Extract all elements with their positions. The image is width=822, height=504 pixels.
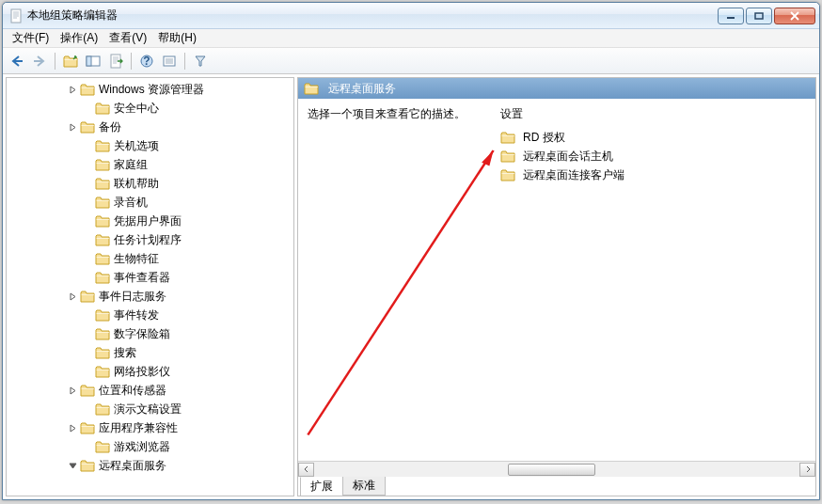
expand-spacer [82, 272, 93, 283]
export-icon [108, 54, 123, 69]
tree-view[interactable]: Windows 资源管理器安全中心备份关机选项家庭组联机帮助录音机凭据用户界面任… [7, 78, 293, 496]
tree-item-label: 关机选项 [114, 138, 159, 154]
list-icon [162, 55, 177, 68]
tree-item[interactable]: 远程桌面服务 [7, 456, 293, 475]
expand-spacer [82, 197, 93, 208]
app-icon [8, 8, 24, 24]
minimize-button[interactable] [718, 8, 744, 24]
menubar: 文件(F) 操作(A) 查看(V) 帮助(H) [3, 29, 819, 48]
content-tabs: 扩展 标准 [298, 477, 815, 496]
tree-item-label: 位置和传感器 [99, 383, 166, 399]
arrow-right-icon [32, 55, 47, 68]
scroll-thumb[interactable] [508, 464, 595, 476]
tree-item[interactable]: 联机帮助 [7, 174, 293, 193]
tree-item[interactable]: 游戏浏览器 [7, 437, 293, 456]
show-hide-tree-button[interactable] [83, 51, 103, 71]
tab-extended[interactable]: 扩展 [300, 477, 343, 496]
tree-item-label: 游戏浏览器 [114, 439, 170, 455]
tab-standard[interactable]: 标准 [342, 477, 386, 496]
horizontal-scrollbar[interactable] [298, 461, 815, 477]
tree-item[interactable]: 安全中心 [7, 99, 293, 118]
folder-icon [95, 252, 110, 265]
toolbar-separator [55, 53, 55, 70]
menu-view[interactable]: 查看(V) [103, 28, 152, 48]
collapse-icon[interactable] [67, 460, 78, 471]
menu-action[interactable]: 操作(A) [55, 28, 103, 48]
list-item[interactable]: RD 授权 [500, 128, 806, 147]
minimize-icon [726, 12, 735, 20]
scroll-track[interactable] [314, 463, 799, 477]
tree-item[interactable]: 应用程序兼容性 [7, 418, 293, 437]
refresh-button[interactable] [159, 51, 180, 71]
window-controls [718, 8, 815, 24]
close-icon [789, 11, 800, 21]
help-button[interactable]: ? [136, 51, 157, 71]
folder-icon [500, 131, 515, 144]
scroll-left-button[interactable] [298, 463, 314, 477]
tree-item[interactable]: 备份 [7, 118, 293, 136]
settings-header: 设置 [500, 106, 806, 122]
content-pane: 远程桌面服务 选择一个项目来查看它的描述。 设置 RD 授权远程桌面会话主机远程… [297, 77, 816, 496]
folder-icon [95, 365, 110, 378]
filter-button[interactable] [190, 51, 211, 71]
tree-item[interactable]: 事件日志服务 [7, 287, 293, 306]
chevron-right-icon [804, 465, 812, 473]
tree-item-label: 录音机 [114, 195, 148, 211]
export-button[interactable] [105, 51, 126, 71]
svg-rect-1 [727, 17, 735, 19]
folder-icon [95, 139, 110, 152]
content-title: 远程桌面服务 [328, 81, 396, 97]
expand-spacer [82, 215, 93, 227]
tree-item[interactable]: 事件查看器 [7, 268, 293, 287]
tree-item[interactable]: 凭据用户界面 [7, 212, 293, 230]
folder-icon [500, 150, 515, 163]
up-button[interactable] [60, 51, 81, 71]
expand-icon[interactable] [67, 291, 78, 302]
tree-item[interactable]: 事件转发 [7, 306, 293, 324]
expand-icon[interactable] [67, 121, 78, 133]
toolbar: ? [3, 48, 819, 74]
scroll-right-button[interactable] [799, 463, 815, 477]
expand-spacer [82, 366, 93, 377]
expand-icon[interactable] [67, 422, 78, 433]
maximize-button[interactable] [746, 8, 772, 24]
titlebar: 本地组策略编辑器 [3, 3, 819, 29]
expand-icon[interactable] [67, 84, 78, 95]
folder-icon [95, 327, 110, 340]
expand-icon[interactable] [67, 385, 78, 396]
help-icon: ? [140, 55, 153, 68]
folder-icon [95, 214, 110, 228]
tree-item[interactable]: 演示文稿设置 [7, 400, 293, 418]
back-button[interactable] [7, 51, 27, 71]
settings-list: 设置 RD 授权远程桌面会话主机远程桌面连接客户端 [500, 106, 806, 453]
tree-item-label: 搜索 [114, 345, 136, 361]
list-item[interactable]: 远程桌面会话主机 [500, 147, 806, 165]
tree-item[interactable]: 录音机 [7, 193, 293, 212]
tree-item[interactable]: 关机选项 [7, 136, 293, 155]
menu-help[interactable]: 帮助(H) [152, 28, 202, 48]
folder-icon [95, 308, 110, 322]
menu-file[interactable]: 文件(F) [7, 28, 55, 48]
tree-item[interactable]: 位置和传感器 [7, 381, 293, 400]
tree-item-label: 家庭组 [114, 157, 148, 173]
expand-spacer [82, 102, 93, 114]
folder-icon [80, 421, 95, 434]
tree-item[interactable]: 生物特征 [7, 249, 293, 268]
tree-item[interactable]: 网络投影仪 [7, 362, 293, 381]
expand-spacer [82, 328, 93, 339]
tree-item[interactable]: Windows 资源管理器 [7, 80, 293, 99]
tree-item-label: 应用程序兼容性 [99, 420, 178, 436]
folder-icon [80, 459, 95, 472]
tree-item[interactable]: 家庭组 [7, 155, 293, 174]
tree-item[interactable]: 数字保险箱 [7, 324, 293, 343]
forward-button[interactable] [29, 51, 50, 71]
client-area: Windows 资源管理器安全中心备份关机选项家庭组联机帮助录音机凭据用户界面任… [3, 74, 819, 499]
list-item[interactable]: 远程桌面连接客户端 [500, 165, 806, 184]
folder-icon [80, 290, 95, 303]
tree-pane: Windows 资源管理器安全中心备份关机选项家庭组联机帮助录音机凭据用户界面任… [6, 77, 294, 496]
tree-item[interactable]: 搜索 [7, 343, 293, 362]
content-body: 选择一个项目来查看它的描述。 设置 RD 授权远程桌面会话主机远程桌面连接客户端 [298, 99, 815, 461]
expand-spacer [82, 140, 93, 151]
tree-item[interactable]: 任务计划程序 [7, 230, 293, 249]
close-button[interactable] [774, 8, 815, 24]
